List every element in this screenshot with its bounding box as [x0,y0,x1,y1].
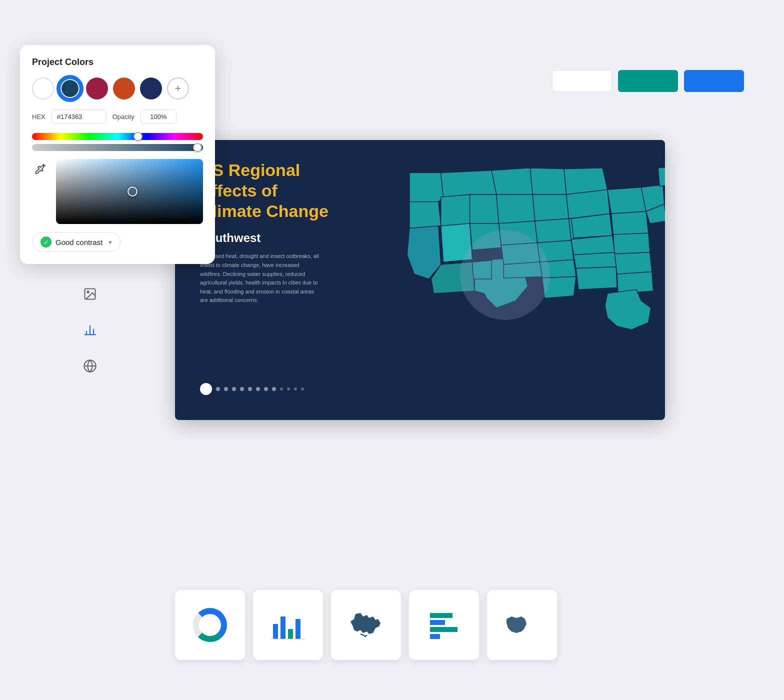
svg-rect-53 [280,616,286,639]
opacity-input[interactable] [140,110,176,124]
svg-marker-47 [658,167,665,186]
opacity-track[interactable] [32,144,203,151]
swatch-dark-navy[interactable] [140,78,162,100]
svg-rect-55 [296,619,300,639]
dot-12 [301,388,304,390]
svg-rect-54 [288,629,293,639]
color-picker-panel: Project Colors + HEX Opacity [20,45,215,264]
hue-track[interactable] [32,133,203,140]
dot-5 [248,387,252,391]
svg-marker-28 [535,218,571,242]
thumbnail-donut[interactable] [175,590,245,660]
thumbnail-canada-map[interactable] [331,590,401,660]
svg-marker-37 [574,252,616,268]
svg-marker-10 [410,173,444,204]
slide-container: US Regional Effects of Climate Change So… [175,140,665,420]
contrast-chevron-icon: ▾ [108,238,112,246]
dot-2 [224,387,228,391]
svg-marker-44 [605,290,651,330]
contrast-check-icon: ✓ [40,236,52,248]
dot-active [200,383,212,395]
svg-marker-36 [571,236,614,255]
sidebar-item-chart[interactable] [82,322,98,338]
svg-rect-60 [430,634,440,639]
dot-8 [272,387,276,391]
svg-marker-15 [441,170,496,197]
us-map-svg [395,150,665,350]
opacity-slider-container[interactable] [32,144,203,151]
svg-marker-16 [470,194,499,224]
eyedropper-button[interactable] [32,161,50,179]
color-swatches: + [32,78,203,100]
svg-marker-38 [576,267,617,290]
main-canvas: US Regional Effects of Climate Change So… [0,0,784,700]
toolbar-button-2[interactable] [618,70,678,92]
gradient-picker[interactable] [56,159,203,224]
panel-title: Project Colors [32,57,203,68]
svg-marker-42 [614,252,652,274]
svg-rect-58 [430,620,445,625]
swatch-navy[interactable] [59,78,81,100]
svg-marker-25 [504,262,542,278]
svg-marker-22 [496,194,535,224]
hex-input[interactable] [52,110,106,124]
svg-marker-23 [499,221,538,245]
sidebar-item-image[interactable] [82,286,98,302]
svg-marker-11 [410,202,441,228]
svg-marker-17 [470,224,502,250]
svg-marker-40 [612,212,648,234]
thumbnail-us-state[interactable] [487,590,557,660]
slide-title: US Regional Effects of Climate Change [200,160,340,221]
swatch-orange[interactable] [113,78,135,100]
toolbar-button-3[interactable] [684,70,744,92]
dot-4 [240,387,244,391]
progress-dots [200,383,304,395]
svg-marker-30 [540,260,576,278]
picker-row [32,159,203,224]
svg-marker-14 [441,194,470,226]
toolbar [552,70,744,92]
contrast-label: Good contrast [56,238,102,246]
left-sidebar [70,250,110,374]
thumbnail-hbar[interactable] [409,590,479,660]
us-map-area [395,150,665,350]
contrast-badge[interactable]: ✓ Good contrast ▾ [32,232,120,252]
hue-thumb[interactable] [134,132,142,141]
svg-marker-27 [532,194,568,221]
swatch-add-button[interactable]: + [167,78,189,100]
dot-9 [280,388,283,390]
opacity-label: Opacity [112,113,134,120]
thumbnails-row [175,590,557,660]
svg-marker-41 [613,233,650,254]
sidebar-item-globe[interactable] [82,358,98,374]
dot-7 [264,387,268,391]
svg-rect-57 [430,613,452,618]
hex-label: HEX [32,113,46,120]
svg-marker-39 [608,187,646,214]
svg-marker-13 [441,224,472,262]
slide-content: US Regional Effects of Climate Change So… [175,140,665,420]
slide-body: Increased heat, drought and insect outbr… [200,252,320,305]
svg-marker-26 [530,168,566,194]
dot-3 [232,387,236,391]
svg-marker-29 [538,240,574,262]
svg-marker-21 [492,168,532,194]
svg-point-3 [87,291,89,293]
swatch-white[interactable] [32,78,54,100]
svg-marker-12 [407,226,441,279]
opacity-thumb[interactable] [193,143,202,152]
hue-slider[interactable] [32,133,203,140]
thumbnail-bar[interactable] [253,590,323,660]
dot-6 [256,387,260,391]
dot-1 [216,387,220,391]
swatch-crimson[interactable] [86,78,108,100]
svg-point-51 [202,617,218,633]
dot-10 [287,388,290,390]
svg-rect-59 [430,627,458,632]
svg-marker-31 [542,276,576,298]
hex-opacity-row: HEX Opacity [32,110,203,124]
toolbar-button-1[interactable] [552,70,612,92]
svg-marker-24 [501,243,540,264]
dot-11 [294,388,297,390]
gradient-thumb[interactable] [128,186,138,196]
